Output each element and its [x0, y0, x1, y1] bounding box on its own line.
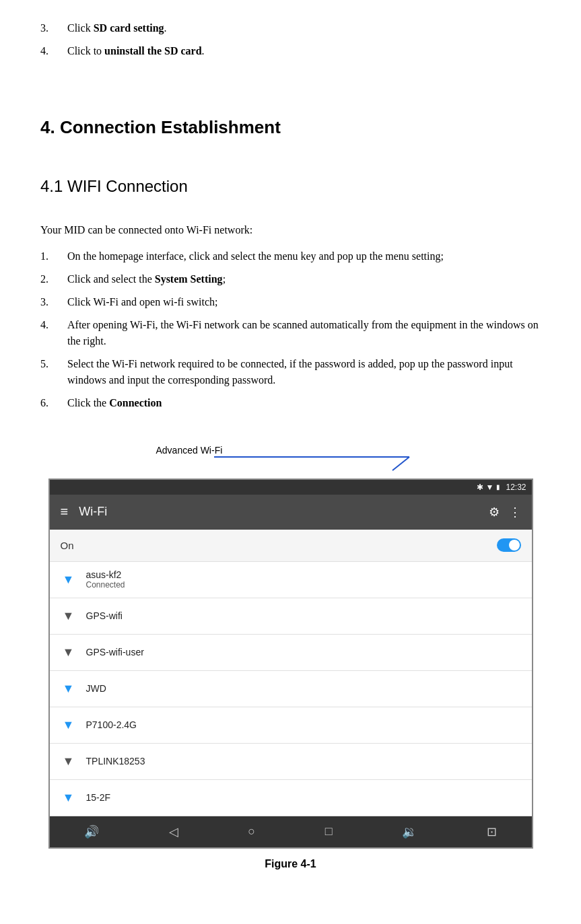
list-item-3: 3. Click SD card setting. [40, 20, 541, 36]
network-row-0[interactable]: ▼ asus-kf2 Connected [50, 562, 532, 598]
wifi-signal-icon-0: ▼ [61, 573, 77, 587]
phone-screen: ✱ ▼ ▮ 12:32 ≡ Wi-Fi ⚙ ⋮ On ▼ [48, 478, 533, 849]
wifi-header-icons: ⚙ ⋮ [489, 505, 521, 520]
network-name-4: P7100-2.4G [86, 719, 521, 730]
network-row-5[interactable]: ▼ TPLINK18253 [50, 744, 532, 780]
network-info-3: JWD [86, 683, 521, 694]
network-row-4[interactable]: ▼ P7100-2.4G [50, 707, 532, 744]
top-list: 3. Click SD card setting. 4. Click to un… [40, 20, 541, 59]
wifi-title: Wi-Fi [79, 505, 477, 519]
wifi-signal-icon-2: ▼ [61, 645, 77, 660]
network-name-5: TPLINK18253 [86, 756, 521, 767]
wifi-signal-icon-3: ▼ [61, 682, 77, 696]
network-info-0: asus-kf2 Connected [86, 569, 521, 590]
wifi-on-row: On [50, 530, 532, 562]
wifi-steps-list: 1. On the homepage interface, click and … [40, 248, 541, 411]
step-num-1: 1. [40, 248, 67, 264]
list-content-3: Click SD card setting. [67, 20, 541, 36]
network-row-1[interactable]: ▼ GPS-wifi [50, 598, 532, 635]
wifi-signal-icon-4: ▼ [61, 718, 77, 732]
network-info-5: TPLINK18253 [86, 756, 521, 767]
status-icons: ✱ ▼ ▮ 12:32 [477, 483, 526, 492]
wifi-toggle[interactable] [497, 538, 521, 552]
step-num-5: 5. [40, 356, 67, 388]
wifi-step-4: 4. After opening Wi-Fi, the Wi-Fi networ… [40, 317, 541, 349]
annotation-area: Advanced Wi-Fi [48, 438, 533, 478]
network-name-3: JWD [86, 683, 521, 694]
intro-text: Your MID can be connected onto Wi-Fi net… [40, 221, 541, 239]
wifi-signal-icon-1: ▼ [61, 609, 77, 623]
wifi-status-icon: ▼ [486, 483, 494, 492]
list-item-4: 4. Click to uninstall the SD card. [40, 43, 541, 59]
bottom-nav-bar: 🔊 ◁ ○ □ 🔉 ⊡ [50, 816, 532, 847]
network-name-2: GPS-wifi-user [86, 647, 521, 658]
annotation-label: Advanced Wi-Fi [156, 445, 223, 456]
network-row-2[interactable]: ▼ GPS-wifi-user [50, 635, 532, 671]
wifi-step-5: 5. Select the Wi-Fi network required to … [40, 356, 541, 388]
network-name-1: GPS-wifi [86, 610, 521, 621]
network-row-6[interactable]: ▼ 15-2F [50, 780, 532, 816]
wifi-signal-icon-6: ▼ [61, 791, 77, 805]
network-name-0: asus-kf2 [86, 569, 521, 580]
network-info-1: GPS-wifi [86, 610, 521, 621]
step-num-2: 2. [40, 271, 67, 287]
network-info-2: GPS-wifi-user [86, 647, 521, 658]
step-content-5: Select the Wi-Fi network required to be … [67, 356, 541, 388]
network-info-6: 15-2F [86, 792, 521, 803]
wifi-step-3: 3. Click Wi-Fi and open wi-fi switch; [40, 294, 541, 310]
battery-icon: ▮ [496, 483, 500, 491]
network-name-6: 15-2F [86, 792, 521, 803]
menu-icon[interactable]: ≡ [61, 504, 69, 520]
section-title: 4. Connection Establishment [40, 117, 541, 138]
figure-container: Advanced Wi-Fi ✱ ▼ ▮ 12:32 ≡ Wi-Fi [40, 438, 541, 870]
settings-icon[interactable]: ⚙ [489, 505, 500, 520]
bluetooth-icon: ✱ [477, 483, 483, 492]
svg-line-1 [392, 457, 409, 470]
more-icon[interactable]: ⋮ [509, 505, 521, 520]
back-icon[interactable]: ◁ [169, 824, 178, 839]
wifi-step-6: 6. Click the Connection [40, 395, 541, 411]
wifi-signal-icon-5: ▼ [61, 754, 77, 769]
step-content-1: On the homepage interface, click and sel… [67, 248, 541, 264]
list-content-4: Click to uninstall the SD card. [67, 43, 541, 59]
time-display: 12:32 [506, 483, 526, 492]
screenshot-icon[interactable]: ⊡ [487, 824, 497, 839]
step-content-2: Click and select the System Setting; [67, 271, 541, 287]
home-icon[interactable]: ○ [248, 824, 255, 839]
step-content-4: After opening Wi-Fi, the Wi-Fi network c… [67, 317, 541, 349]
recents-icon[interactable]: □ [325, 824, 333, 839]
list-num-3: 3. [40, 20, 67, 36]
step-num-6: 6. [40, 395, 67, 411]
wifi-step-2: 2. Click and select the System Setting; [40, 271, 541, 287]
status-bar: ✱ ▼ ▮ 12:32 [50, 480, 532, 495]
wifi-step-1: 1. On the homepage interface, click and … [40, 248, 541, 264]
network-status-0: Connected [86, 580, 521, 590]
network-row-3[interactable]: ▼ JWD [50, 671, 532, 707]
step-num-4: 4. [40, 317, 67, 349]
volume-down-icon[interactable]: 🔉 [402, 824, 417, 839]
figure-caption: Figure 4-1 [265, 858, 316, 870]
list-num-4: 4. [40, 43, 67, 59]
step-content-6: Click the Connection [67, 395, 541, 411]
annotation-arrow [214, 443, 430, 477]
wifi-on-label: On [61, 540, 497, 551]
volume-icon[interactable]: 🔊 [84, 824, 99, 839]
subsection-title: 4.1 WIFI Connection [40, 177, 541, 196]
step-content-3: Click Wi-Fi and open wi-fi switch; [67, 294, 541, 310]
network-info-4: P7100-2.4G [86, 719, 521, 730]
wifi-header: ≡ Wi-Fi ⚙ ⋮ [50, 495, 532, 530]
step-num-3: 3. [40, 294, 67, 310]
